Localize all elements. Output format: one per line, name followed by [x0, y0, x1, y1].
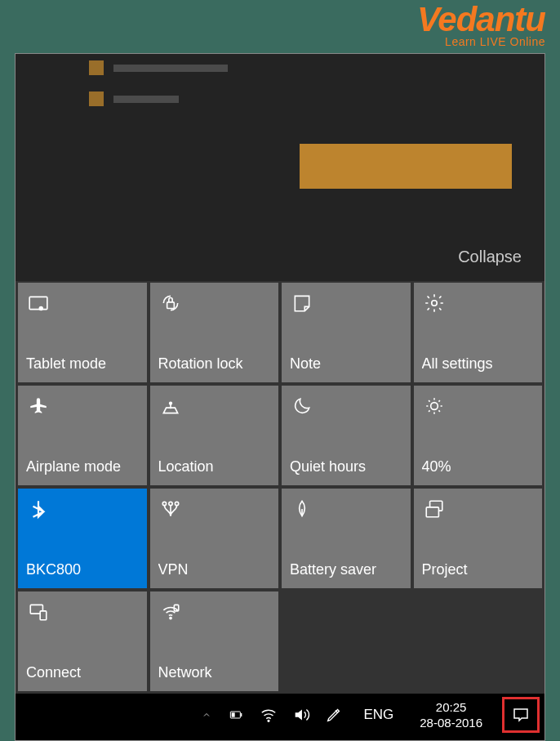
vpn-icon	[158, 497, 183, 521]
svg-point-18	[269, 720, 270, 721]
tile-bluetooth[interactable]: BKC800	[18, 489, 147, 588]
tile-label: Network	[158, 664, 271, 681]
tile-quiet-hours[interactable]: Quiet hours	[282, 386, 411, 485]
tile-label: Connect	[26, 664, 139, 681]
tile-label: Tablet mode	[26, 355, 139, 373]
tile-vpn[interactable]: VPN	[150, 489, 279, 588]
tile-project[interactable]: Project	[414, 489, 543, 588]
watermark: Vedantu Learn LIVE Online	[417, 4, 545, 48]
background-app-blur	[89, 54, 228, 106]
svg-rect-10	[426, 507, 438, 517]
svg-rect-17	[232, 712, 235, 716]
tile-all-settings[interactable]: All settings	[414, 283, 543, 382]
watermark-logo: Vedantu	[417, 4, 545, 35]
tile-label: Battery saver	[290, 561, 402, 578]
tile-label: Airplane mode	[26, 458, 139, 475]
tile-label: BKC800	[26, 561, 139, 578]
collapse-button[interactable]: Collapse	[458, 248, 522, 266]
svg-point-14	[169, 618, 171, 619]
action-center-button[interactable]	[502, 697, 540, 733]
svg-point-5	[430, 403, 438, 410]
svg-point-8	[168, 502, 171, 505]
tray-language[interactable]: ENG	[357, 707, 400, 723]
tile-brightness[interactable]: 40%	[414, 386, 543, 485]
tray-time: 20:25	[420, 699, 482, 716]
project-icon	[422, 497, 447, 521]
svg-rect-12	[40, 611, 47, 620]
leaf-icon	[290, 497, 314, 521]
tray-clock[interactable]: 20:25 28-08-2016	[413, 699, 489, 731]
svg-rect-2	[167, 302, 174, 309]
taskbar: ENG 20:25 28-08-2016	[16, 694, 544, 736]
tile-label: Quiet hours	[290, 458, 402, 475]
tile-note[interactable]: Note	[282, 283, 411, 382]
tray-volume-icon[interactable]	[291, 705, 311, 725]
tray-wifi-icon[interactable]	[259, 705, 278, 725]
gear-icon	[422, 291, 447, 315]
brightness-icon	[422, 394, 447, 418]
tile-location[interactable]: Location	[150, 386, 279, 485]
tray-battery-icon[interactable]	[226, 705, 246, 725]
svg-rect-16	[241, 713, 242, 716]
tile-rotation-lock[interactable]: Rotation lock	[150, 283, 279, 382]
tile-connect[interactable]: Connect	[18, 591, 147, 691]
tile-tablet-mode[interactable]: Tablet mode	[18, 283, 147, 382]
tile-label: Location	[158, 458, 271, 475]
note-icon	[290, 291, 314, 315]
background-button	[300, 144, 512, 189]
tray-pen-icon[interactable]	[324, 705, 344, 725]
tile-label: Rotation lock	[158, 355, 271, 373]
bluetooth-icon	[26, 497, 51, 521]
quick-actions-grid: Tablet mode Rotation lock Note All setti…	[16, 281, 544, 694]
svg-point-7	[175, 502, 178, 505]
tile-label: Note	[290, 355, 402, 373]
svg-rect-13	[174, 605, 178, 611]
tray-chevron-up-icon[interactable]	[193, 705, 213, 725]
tile-battery-saver[interactable]: Battery saver	[282, 489, 411, 588]
screenshot: Collapse Tablet mode Rotation lock Note	[15, 53, 545, 741]
tablet-mode-icon	[26, 291, 51, 315]
tile-airplane-mode[interactable]: Airplane mode	[18, 386, 147, 485]
svg-point-1	[39, 306, 43, 310]
rotation-lock-icon	[158, 291, 183, 315]
tile-label: VPN	[158, 561, 271, 578]
svg-rect-0	[29, 297, 47, 309]
svg-point-6	[162, 502, 166, 505]
svg-point-3	[431, 301, 437, 306]
airplane-icon	[26, 394, 51, 418]
location-icon	[158, 394, 183, 418]
tile-network[interactable]: Network	[150, 591, 279, 691]
tile-label: 40%	[422, 458, 535, 475]
connect-icon	[26, 600, 51, 624]
tile-label: Project	[422, 561, 535, 578]
tray-date: 28-08-2016	[420, 715, 482, 731]
moon-icon	[290, 394, 314, 418]
tile-label: All settings	[422, 355, 535, 373]
notification-area: Collapse	[16, 54, 544, 281]
wifi-icon	[158, 600, 183, 624]
